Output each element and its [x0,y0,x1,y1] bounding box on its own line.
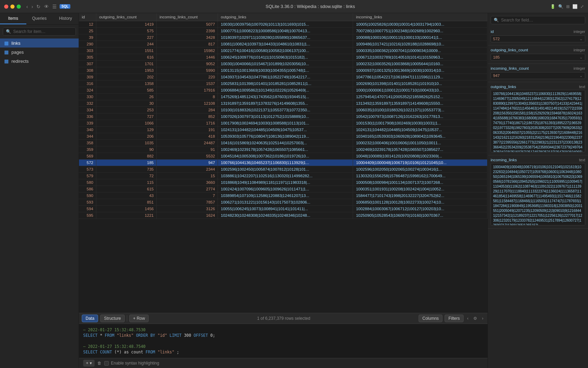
syntax-check: Enable syntax highlighting [104,361,159,366]
table-row[interactable]: 3367278521007026|1007973|10113|1012752|1… [79,113,488,120]
comment-text: — 2022-01-27 15:32:48.7530 [83,327,146,332]
traffic-lights [4,5,21,9]
columns-button[interactable]: Columns [419,315,442,322]
col-header-olc[interactable]: outgoing_links_count [96,13,157,21]
table-row[interactable]: 569882553210045184|1005308|1007362|10186… [79,153,488,160]
cell-ol: 1024131|104482|104485|104509|10475|10537… [218,127,353,133]
cell-ilc: 15982 [157,48,218,54]
forward-icon[interactable]: › [32,4,33,9]
field-value-il[interactable]: 10004409|100048|1006719|10106|10121045|1… [491,163,585,225]
settings-icon[interactable]: ⚙ [472,315,479,322]
sidebar-item-links[interactable]: ▦ links [0,38,79,48]
field-type-ol: text [579,85,585,89]
table-row[interactable]: 59043710389854|107109|112586|120883|1246… [79,192,488,199]
table-row[interactable]: 3092022201043937|104543|10477861|1052274… [79,74,488,80]
table-row[interactable]: 3081953599010013115|10013669|10030|10043… [79,67,488,74]
table-row[interactable]: 3071701905210030|10040066|1015467|101899… [79,61,488,67]
cell-id: 309 [79,74,96,80]
cell-il: 1000|10000061|100012|10001710|1000433|10… [353,87,488,94]
table-row[interactable]: 57373523441002596|1002450|1005874|100781… [79,166,488,173]
field-type-il: text [579,158,585,162]
table-row[interactable]: 3302681475269|14851243|1743562|187603|19… [79,94,488,100]
cell-ol: 1006245|1009776|10141|1|10150963|1015182… [218,54,353,61]
cell-id: 569 [79,153,96,160]
cell-ol: 10021774|100416|100580|100582|1006137|10… [218,48,353,54]
table-row[interactable]: 35990911002469|10239178|1057428|1065507|… [79,146,488,153]
layout-icon[interactable]: ⊞ [566,4,570,9]
filters-button[interactable]: Filters [445,315,464,322]
tab-history[interactable]: History [52,13,79,24]
field-value-ilc[interactable]: 947 ⌄ [491,72,585,79]
list-icon[interactable]: ☰ [52,4,57,9]
cell-ilc: 284 [157,107,218,113]
eye-icon[interactable]: 👁 [44,4,49,9]
col-header-il[interactable]: incoming_links [353,13,488,21]
structure-button[interactable]: Structure [100,315,125,322]
minimize-button[interactable] [10,5,15,9]
cell-id: 344 [79,133,96,140]
delete-query-button[interactable]: 🗑 [97,361,102,366]
cell-ol: 10017908|10024694|10030|1008588|10113|10… [218,120,353,127]
close-button[interactable] [4,5,8,9]
search-icon[interactable]: 🔍 [558,4,563,9]
prev-icon[interactable]: ‹ [466,315,470,322]
table-row[interactable]: 29024481710081|100824|103973|104433|1048… [79,41,488,48]
table-row[interactable]: 332301210813191897|13591897|13783276|141… [79,100,488,107]
cell-id: 340 [79,127,96,133]
fullscreen-icon[interactable]: ⤢ [580,4,584,9]
table-row[interactable]: 34420641810539303|105776|108047|108136|1… [79,133,488,140]
table-row[interactable]: 58011536601018868|1049|11084989|1181|119… [79,179,488,186]
field-value-olc[interactable]: 185 ⌄ [491,54,585,61]
table-row[interactable]: 3245851791610006884|10095862|101349|1022… [79,87,488,94]
tab-queries[interactable]: Queries [26,13,53,24]
col-header-id[interactable]: id [79,13,96,21]
table-row[interactable]: 30315511598210021774|100416|100580|10058… [79,48,488,54]
refresh-icon[interactable]: ↻ [36,4,41,9]
field-search-input[interactable] [501,18,582,23]
table-row[interactable]: 25575239810007751|10008223|10008586|1004… [79,28,488,34]
back-icon[interactable]: ‹ [26,4,28,9]
table-row[interactable]: 35810352448710416|1015869|10240635|10251… [79,140,488,146]
table-row[interactable]: 3401291911024131|104482|104485|104509|10… [79,127,488,133]
sidebar-item-redirects[interactable]: ▦ redirects [0,57,79,66]
cell-id: 39 [79,34,96,41]
tab-items[interactable]: Items [0,13,26,24]
sidebar-items: ▦ links ▦ pages ▦ redirects [0,38,79,368]
next-icon[interactable]: › [481,315,485,322]
cell-olc: 1358 [96,80,157,87]
table-row[interactable]: 572185947100766|1044136|10465237|1106830… [79,160,488,166]
query-editor[interactable]: — 2022-01-27 15:32:48.7530 SELECT * FROM… [79,324,488,358]
table-row[interactable]: 39227342810180397|1029711|1038280|105589… [79,34,488,41]
table-row[interactable]: 57972151038861|10422207|1102516|1130320|… [79,173,488,179]
sidebar-search-input[interactable] [13,29,73,34]
data-button[interactable]: Data [82,315,98,322]
col-header-ilc[interactable]: incoming_links_count [157,13,218,21]
add-row-button[interactable]: + Row [129,315,149,322]
cell-ilc: 12108 [157,100,218,107]
maximize-button[interactable] [17,5,21,9]
add-query-button[interactable]: + ▾ [83,360,95,367]
toolbar-right: Columns Filters ‹ ⚙ › [419,315,485,322]
col-header-ol[interactable]: outgoing_links [218,13,353,21]
syntax-checkbox[interactable] [104,361,109,366]
table-row[interactable]: 121419507710030|10039756|1007026|10113|1… [79,21,488,28]
cell-il: 1002690|101398|101401|10185281|101910|10… [353,80,488,87]
table-row[interactable]: 3161358153710025831|101398|101401|101852… [79,80,488,87]
table-row[interactable]: 30561614461006245|1009776|10141|1|101509… [79,54,488,61]
cell-ol: 10100|10188326|10221371|10553773|1077235… [218,107,353,113]
window-icon[interactable]: ⬜ [572,4,578,9]
table-row[interactable]: 3391066171610017908|10024694|10030|10085… [79,120,488,127]
table-row[interactable]: 58661527741002424|1007096|1009605|100962… [79,186,488,192]
table-row[interactable]: 59385178571006271|10131221|10156143|1017… [79,199,488,206]
table-row[interactable]: 5941456312610055|1006245|10073|1008941|1… [79,206,488,212]
cell-il: 1006712|10032789|10140510|10141|10150963… [353,54,488,61]
field-value-id[interactable]: 572 ⌄ [491,35,585,42]
data-table-wrapper[interactable]: id outgoing_links_count incoming_links_c… [79,13,488,313]
titlebar: ‹ › ↻ 👁 ☰ SQL SQLite 3.36.0 : Wikipedia … [0,0,588,13]
table-row[interactable]: 33425328410100|10188326|10221371|1055377… [79,107,488,113]
cell-olc: 616 [96,54,157,61]
table-row[interactable]: 5951221162410248230|10248308|10248335|10… [79,212,488,219]
sidebar-item-pages[interactable]: ▦ pages [0,48,79,57]
cell-olc: 206 [96,133,157,140]
field-value-ol[interactable]: 100766|1044136|10465237|1106830|1113929|… [491,90,585,152]
